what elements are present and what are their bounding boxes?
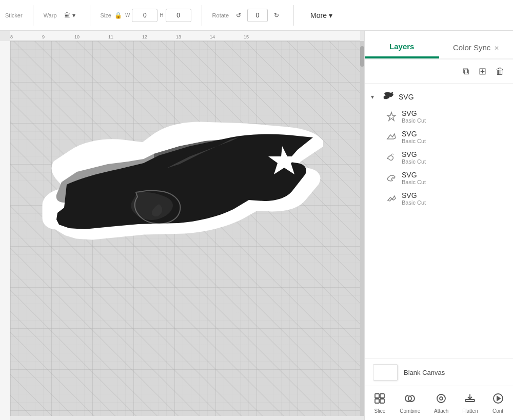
ruler-num-9: 9 (42, 34, 45, 39)
height-input[interactable] (166, 9, 191, 22)
cont-label: Cont (492, 408, 503, 414)
flatten-button[interactable]: Flatten (458, 390, 482, 416)
add-layer-button[interactable]: ⊞ (477, 64, 488, 79)
logo-container[interactable] (36, 108, 323, 282)
tab-color-sync-label: Color Sync (453, 43, 490, 52)
layer-4-sub: Basic Cut (402, 179, 426, 185)
layer-row-4[interactable]: SVG Basic Cut (379, 168, 513, 188)
svg-rect-10 (465, 399, 475, 402)
patriots-logo-svg (36, 108, 323, 262)
ruler-num-11: 11 (108, 34, 113, 39)
more-label: More (310, 11, 327, 19)
panel-tabs: Layers Color Sync ✕ (365, 31, 513, 59)
main-toolbar: Sticker Warp 🏛 ▾ Size 🔒 W H Rotate ↺ ↻ (0, 0, 513, 31)
more-arrow-icon: ▾ (329, 11, 332, 19)
slice-icon (373, 392, 386, 407)
layer-1-icon (385, 110, 398, 123)
ruler-num-14: 14 (210, 34, 215, 39)
layer-row-5[interactable]: SVG Basic Cut (379, 188, 513, 209)
blank-canvas-label: Blank Canvas (404, 369, 445, 376)
flatten-icon (464, 392, 476, 407)
warp-label: Warp (44, 12, 57, 18)
rotate-right-button[interactable]: ↻ (270, 10, 283, 21)
layer-3-sub: Basic Cut (402, 158, 426, 165)
panel-toolbar: ⧉ ⊞ 🗑 (365, 59, 513, 84)
flatten-label: Flatten (462, 408, 478, 414)
root-layer-text: SVG (399, 93, 414, 101)
root-chevron: ▾ (371, 93, 378, 101)
scrollbar-thumb[interactable] (360, 46, 364, 67)
lock-icon: 🔒 (114, 12, 122, 19)
layer-2-sub: Basic Cut (402, 138, 426, 144)
design-canvas[interactable] (10, 41, 360, 416)
vertical-scrollbar[interactable] (360, 41, 364, 416)
layer-row-1[interactable]: SVG Basic Cut (379, 106, 513, 127)
tab-color-sync[interactable]: Color Sync ✕ (439, 36, 514, 58)
ruler-num-15: 15 (244, 34, 249, 39)
add-icon: ⊞ (479, 66, 486, 76)
tab-color-sync-close[interactable]: ✕ (494, 45, 499, 52)
ruler-num-13: 13 (176, 34, 181, 39)
layer-1-name: SVG (402, 109, 426, 117)
root-layer-row[interactable]: ▾ SVG (365, 88, 513, 106)
cont-button[interactable]: Cont (488, 390, 508, 416)
ruler-num-10: 10 (74, 34, 80, 39)
layers-tree: ▾ SVG SVG (365, 84, 513, 358)
rotate-left-button[interactable]: ↺ (232, 10, 245, 21)
rotate-input[interactable] (247, 9, 268, 22)
layer-3-icon (385, 151, 398, 164)
blank-canvas-preview (373, 364, 398, 381)
layer-1-sub: Basic Cut (402, 117, 426, 124)
copy-icon: ⧉ (463, 66, 469, 76)
layer-3-text: SVG Basic Cut (402, 150, 426, 165)
svg-marker-1 (387, 112, 396, 121)
width-input[interactable] (132, 9, 157, 22)
warp-icon: 🏛 (64, 12, 70, 19)
layer-row-3[interactable]: SVG Basic Cut (379, 147, 513, 168)
layer-4-text: SVG Basic Cut (402, 171, 426, 185)
right-panel: Layers Color Sync ✕ ⧉ ⊞ 🗑 ▾ (364, 31, 513, 420)
height-label: H (160, 12, 163, 18)
layer-3-name: SVG (402, 150, 426, 158)
sticker-group: Sticker (5, 12, 23, 18)
grid-background (10, 41, 360, 416)
layer-1-text: SVG Basic Cut (402, 109, 426, 124)
ruler-horizontal: 8 9 10 11 12 13 14 15 (10, 31, 360, 41)
rotate-group: Rotate ↺ ↻ (212, 9, 283, 22)
layer-row-2[interactable]: SVG Basic Cut (379, 127, 513, 147)
svg-rect-4 (375, 399, 379, 403)
warp-arrow: ▾ (72, 12, 75, 19)
delete-layer-button[interactable]: 🗑 (494, 64, 507, 79)
layer-5-text: SVG Basic Cut (402, 191, 426, 206)
svg-point-9 (440, 397, 443, 400)
attach-icon (435, 392, 447, 407)
combine-button[interactable]: Combine (396, 390, 424, 416)
more-button[interactable]: More ▾ (304, 9, 339, 22)
divider-2 (90, 5, 90, 26)
panel-bottom-toolbar: Slice Combine (365, 386, 513, 420)
size-label: Size (101, 12, 111, 18)
copy-layer-button[interactable]: ⧉ (461, 64, 471, 79)
svg-rect-3 (380, 394, 384, 398)
slice-button[interactable]: Slice (369, 390, 390, 416)
slice-label: Slice (374, 408, 386, 414)
layer-2-name: SVG (402, 130, 426, 138)
layer-4-icon (385, 172, 398, 184)
combine-icon (404, 392, 416, 407)
canvas-area[interactable]: 8 9 10 11 12 13 14 15 (0, 31, 364, 420)
main-area: 8 9 10 11 12 13 14 15 (0, 31, 513, 420)
layer-2-text: SVG Basic Cut (402, 130, 426, 144)
layer-2-icon (385, 131, 398, 143)
layer-5-name: SVG (402, 191, 426, 199)
sticker-label: Sticker (5, 12, 23, 18)
ruler-num-12: 12 (142, 34, 147, 39)
layer-5-icon (385, 192, 398, 205)
attach-button[interactable]: Attach (430, 390, 452, 416)
rotate-label: Rotate (212, 12, 229, 18)
svg-rect-2 (375, 394, 379, 398)
attach-label: Attach (434, 408, 448, 414)
blank-canvas-row: Blank Canvas (365, 358, 513, 386)
root-layer-name: SVG (399, 93, 414, 101)
tab-layers[interactable]: Layers (365, 36, 439, 58)
warp-button[interactable]: 🏛 ▾ (60, 10, 80, 21)
